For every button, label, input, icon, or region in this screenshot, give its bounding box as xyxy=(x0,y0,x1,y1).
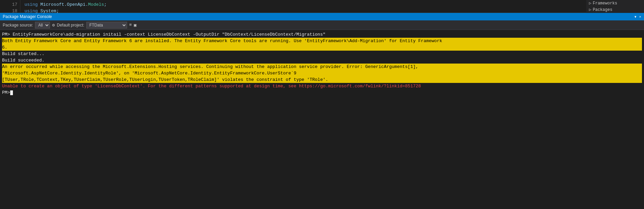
cursor xyxy=(10,90,13,95)
warning-line-1: Both Entity Framework Core and Entity Fr… xyxy=(2,38,642,44)
editor-code: using Microsoft.OpenApi.Models; using Sy… xyxy=(20,0,644,13)
line-numbers: 17 18 xyxy=(0,0,20,13)
pmc-window-controls: ▾ × xyxy=(634,15,641,19)
prompt-text: PM> xyxy=(2,89,10,96)
frameworks-label: Frameworks xyxy=(593,1,617,6)
pmc-pin-button[interactable]: × xyxy=(639,15,641,19)
frameworks-item[interactable]: ▷ Frameworks xyxy=(586,0,644,6)
pmc-toolbar: Package source: All ⚙ Default project: F… xyxy=(0,20,644,30)
settings-icon[interactable]: ⚙ xyxy=(52,22,55,28)
solution-explorer-partial: ▷ Frameworks ▷ Packages xyxy=(586,0,644,13)
package-manager-console: Package Manager Console ▾ × Package sour… xyxy=(0,13,644,207)
frameworks-icon: ▷ xyxy=(589,1,591,6)
pmc-output[interactable]: PM> EntityFrameworkCore\add-migration in… xyxy=(0,30,644,207)
code-line-17: using Microsoft.OpenApi.Models; xyxy=(24,1,640,8)
pmc-auto-hide-button[interactable]: ▾ xyxy=(634,15,637,19)
code-line-18: using System; xyxy=(24,8,640,14)
error-line-2: 'Microsoft.AspNetCore.Identity.IdentityR… xyxy=(2,70,642,76)
build-succeeded-line: Build succeeded. xyxy=(2,57,642,64)
list-icon[interactable]: ≡ xyxy=(129,22,132,28)
prompt-line: PM> xyxy=(2,89,642,96)
default-project-label: Default project: xyxy=(57,23,84,28)
package-source-select[interactable]: All xyxy=(35,22,50,29)
line-number-17: 17 xyxy=(3,1,17,8)
error-red-line: Unable to create an object of type 'Lice… xyxy=(2,83,642,89)
pmc-title-label: Package Manager Console xyxy=(3,14,52,19)
source-label: Package source: xyxy=(3,23,33,28)
warning-line-2: 6. xyxy=(2,44,642,51)
packages-label: Packages xyxy=(593,7,612,12)
line-number-18: 18 xyxy=(3,8,17,14)
extra-icon[interactable]: ▣ xyxy=(134,22,137,28)
error-line-3: [TUser,TRole,TContext,TKey,TUserClaim,TU… xyxy=(2,76,642,83)
packages-item[interactable]: ▷ Packages xyxy=(586,6,644,13)
error-line-1: An error occurred while accessing the Mi… xyxy=(2,64,642,70)
packages-icon: ▷ xyxy=(589,7,591,12)
command-line: PM> EntityFrameworkCore\add-migration in… xyxy=(2,31,642,38)
default-project-select[interactable]: FTData xyxy=(86,22,127,29)
build-started-line: Build started... xyxy=(2,51,642,57)
editor-area: 17 18 using Microsoft.OpenApi.Models; us… xyxy=(0,0,644,13)
